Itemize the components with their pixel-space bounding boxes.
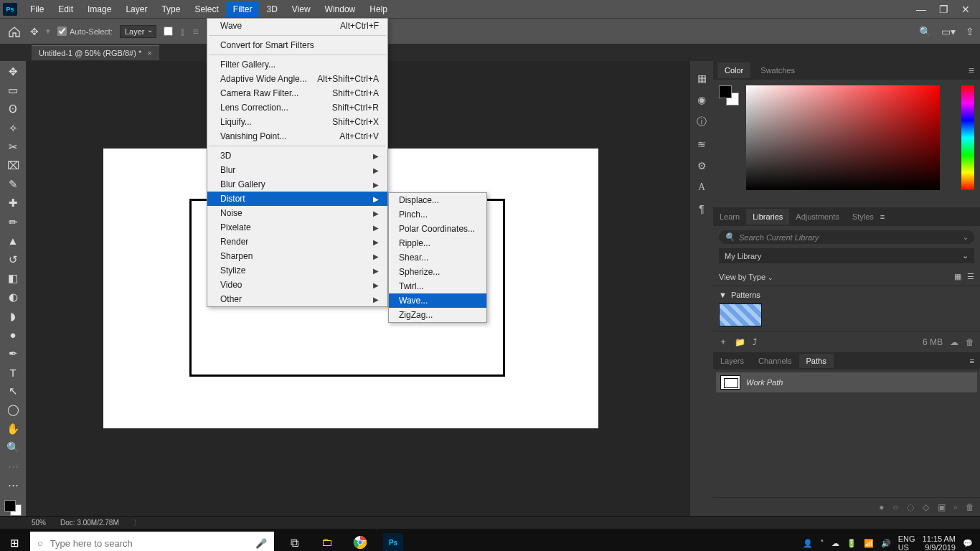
tab-learn[interactable]: Learn [713, 209, 746, 225]
path-item[interactable]: Work Path [716, 372, 977, 392]
brushes-panel-icon[interactable]: ≋ [697, 138, 706, 150]
menu-item[interactable]: Adaptive Wide Angle...Alt+Shift+Ctrl+A [207, 72, 387, 86]
crop-tool[interactable]: ✂ [4, 141, 22, 154]
auto-select-checkbox[interactable]: Auto-Select: [57, 27, 113, 36]
menu-filter[interactable]: Filter [226, 1, 260, 17]
menu-layer[interactable]: Layer [118, 1, 154, 17]
tab-libraries[interactable]: Libraries [746, 209, 789, 225]
view-by-row[interactable]: View by Type ⌄ ▦☰ [713, 268, 980, 286]
close-button[interactable]: ✕ [961, 4, 970, 15]
document-tab[interactable]: Untitled-1 @ 50% (RGB/8#) * × [32, 45, 159, 60]
menu-image[interactable]: Image [80, 1, 118, 17]
file-explorer-icon[interactable]: 🗀 [317, 533, 337, 551]
mask-icon[interactable]: ▣ [938, 502, 946, 512]
library-search[interactable]: 🔍 Search Current Library ⌄ [719, 230, 974, 244]
character-panel-icon[interactable]: A [698, 182, 705, 193]
tab-styles[interactable]: Styles [846, 209, 880, 225]
paragraph-panel-icon[interactable]: ¶ [699, 203, 705, 215]
tray-expand-icon[interactable]: ˄ [820, 539, 824, 548]
submenu-item[interactable]: Polar Coordinates... [389, 222, 486, 236]
tab-paths[interactable]: Paths [799, 354, 834, 368]
upload-icon[interactable]: ⤴ [753, 337, 757, 347]
edit-toolbar[interactable]: ⋯ [4, 479, 22, 491]
menu-item[interactable]: Distort▶ [207, 192, 387, 206]
menu-item[interactable]: 3D▶ [207, 149, 387, 163]
menu-item[interactable]: Other▶ [207, 292, 387, 306]
tab-layers[interactable]: Layers [713, 354, 751, 368]
show-transform-checkbox[interactable] [164, 27, 173, 36]
menu-edit[interactable]: Edit [51, 1, 80, 17]
share-icon[interactable]: ⇪ [966, 26, 974, 37]
stroke-path-icon[interactable]: ○ [892, 502, 897, 512]
menu-view[interactable]: View [285, 1, 318, 17]
submenu-item[interactable]: ZigZag... [389, 308, 486, 322]
submenu-item[interactable]: Shear... [389, 250, 486, 265]
menu-item[interactable]: WaveAlt+Ctrl+F [207, 19, 387, 33]
tab-adjustments[interactable]: Adjustments [789, 209, 846, 225]
mic-icon[interactable]: 🎤 [255, 538, 267, 549]
add-content-icon[interactable]: ＋ [719, 336, 727, 348]
battery-icon[interactable]: 🔋 [847, 539, 857, 548]
path-select-tool[interactable]: ↖ [4, 385, 22, 397]
tab-color[interactable]: Color [717, 62, 750, 78]
menu-window[interactable]: Window [318, 1, 363, 17]
menu-item[interactable]: Blur Gallery▶ [207, 177, 387, 192]
frame-tool[interactable]: ⌧ [4, 159, 22, 172]
menu-item[interactable]: Noise▶ [207, 206, 387, 220]
color-field[interactable] [746, 85, 940, 190]
history-panel-icon[interactable]: ▦ [697, 72, 707, 84]
grid-view-icon[interactable]: ▦ [954, 272, 961, 281]
tab-swatches[interactable]: Swatches [753, 62, 802, 78]
submenu-item[interactable]: Pinch... [389, 207, 486, 222]
brush-tool[interactable]: ✏ [4, 216, 22, 229]
move-tool-icon[interactable]: ✥ [30, 26, 39, 37]
marquee-tool[interactable]: ▭ [4, 84, 22, 97]
delete-path-icon[interactable]: 🗑 [966, 502, 974, 512]
menu-item[interactable]: Lens Correction...Shift+Ctrl+R [207, 100, 387, 115]
list-view-icon[interactable]: ☰ [967, 272, 974, 281]
close-tab-icon[interactable]: × [147, 49, 151, 57]
menu-file[interactable]: File [23, 1, 51, 17]
move-tool[interactable]: ✥ [4, 65, 22, 78]
hand-tool[interactable]: ✋ [4, 423, 22, 435]
menu-help[interactable]: Help [362, 1, 395, 17]
pattern-thumb[interactable] [719, 303, 762, 326]
stamp-tool[interactable]: ▲ [4, 235, 22, 248]
taskbar-search[interactable]: ○ Type here to search 🎤 [30, 532, 274, 551]
menu-item[interactable]: Camera Raw Filter...Shift+Ctrl+A [207, 86, 387, 100]
cloud-icon[interactable]: ☁ [950, 337, 958, 347]
adjust-panel-icon[interactable]: ⚙ [697, 160, 707, 171]
blur-tool[interactable]: ◗ [4, 309, 22, 322]
menu-item[interactable]: Pixelate▶ [207, 220, 387, 235]
info-panel-icon[interactable]: ⓘ [697, 116, 707, 128]
workspace-icon[interactable]: ▭▾ [941, 26, 956, 37]
menu-3d[interactable]: 3D [259, 1, 284, 17]
submenu-item[interactable]: Twirl... [389, 279, 486, 293]
zoom-tool[interactable]: 🔍 [4, 441, 22, 454]
quick-select-tool[interactable]: ✧ [4, 122, 22, 135]
panel-menu-icon[interactable]: ≡ [964, 357, 980, 365]
menu-select[interactable]: Select [187, 1, 225, 17]
submenu-item[interactable]: Ripple... [389, 236, 486, 250]
eraser-tool[interactable]: ◧ [4, 272, 22, 285]
notifications-icon[interactable]: 💬 [963, 539, 973, 548]
layer-dropdown[interactable]: Layer [120, 25, 157, 38]
submenu-item[interactable]: Wave... [389, 293, 486, 308]
load-selection-icon[interactable]: ◌ [907, 502, 914, 512]
eyedropper-tool[interactable]: ✎ [4, 178, 22, 191]
trash-icon[interactable]: 🗑 [966, 337, 974, 347]
history-brush-tool[interactable]: ↺ [4, 253, 22, 266]
tab-channels[interactable]: Channels [751, 354, 798, 368]
people-icon[interactable]: 👤 [803, 539, 813, 548]
lasso-tool[interactable]: ʘ [4, 103, 22, 116]
menu-item[interactable]: Video▶ [207, 278, 387, 292]
menu-item[interactable]: Blur▶ [207, 163, 387, 177]
menu-item[interactable]: Sharpen▶ [207, 249, 387, 263]
onedrive-icon[interactable]: ☁ [831, 539, 839, 548]
dodge-tool[interactable]: ● [4, 329, 22, 342]
language-indicator[interactable]: ENGUS [898, 534, 915, 551]
wifi-icon[interactable]: 📶 [864, 539, 874, 548]
search-icon[interactable]: 🔍 [919, 26, 931, 37]
chrome-icon[interactable] [350, 533, 370, 551]
menu-item[interactable]: Filter Gallery... [207, 57, 387, 72]
